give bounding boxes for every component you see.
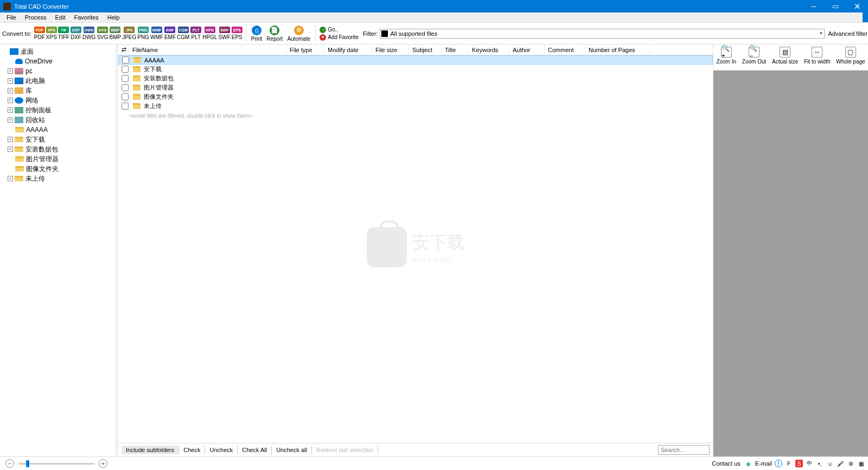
minimize-button[interactable]: ─ — [803, 0, 825, 12]
actual-size-button[interactable]: ▤Actual size — [772, 47, 798, 65]
menu-file[interactable]: File — [2, 13, 21, 22]
tree-item[interactable]: 图片管理器 — [0, 154, 116, 164]
column-header[interactable]: Keywords — [469, 45, 509, 55]
tree-item[interactable]: +未上传 — [0, 174, 116, 183]
tree-item[interactable]: +此电脑 — [0, 76, 116, 86]
chevron-down-icon: ▼ — [819, 31, 823, 36]
column-header[interactable]: Title — [442, 45, 469, 55]
zoom-in-button[interactable]: 🔍+Zoom In — [716, 47, 736, 65]
row-checkbox[interactable] — [122, 84, 129, 91]
fit-to-width-button[interactable]: ↔Fit to width — [804, 47, 830, 65]
col-checkbox[interactable]: ⇄ — [118, 45, 129, 55]
list-row[interactable]: 未上传 — [118, 101, 713, 111]
column-header[interactable]: Comment — [545, 45, 585, 55]
tree-item[interactable]: 图像文件夹 — [0, 164, 116, 174]
convert-png-button[interactable]: PNGPNG — [137, 27, 149, 40]
search-input[interactable] — [658, 445, 710, 455]
convert-wmf-button[interactable]: WMFWMF — [150, 27, 163, 40]
tree-item[interactable]: +安下载 — [0, 135, 116, 144]
tray-icon[interactable]: •, — [816, 460, 824, 467]
watermark: 安下载 anxz.com — [367, 227, 464, 267]
list-row[interactable]: AAAAA — [118, 55, 713, 65]
row-checkbox[interactable] — [122, 66, 129, 73]
tray-ime-icon[interactable]: 中 — [806, 460, 813, 467]
tree-item[interactable]: +控制面板 — [0, 105, 116, 115]
row-checkbox[interactable] — [122, 93, 129, 100]
restore-selection-button[interactable]: Restore last selection — [312, 446, 378, 454]
check-button[interactable]: Check — [179, 446, 205, 454]
convert-dwg-button[interactable]: DWGDWG — [82, 27, 95, 40]
convert-dxf-button[interactable]: DXFDXF — [71, 27, 81, 40]
menu-edit[interactable]: Edit — [50, 13, 69, 22]
menu-help[interactable]: Help — [103, 13, 124, 22]
list-row[interactable]: 图片管理器 — [118, 83, 713, 92]
tray-icon[interactable]: S — [795, 460, 803, 467]
convert-emf-button[interactable]: EMFEMF — [164, 27, 176, 40]
convert-hpgl-button[interactable]: HPGHPGL — [202, 27, 217, 40]
file-list: ⇄ FileNameFile typeModify dateFile sizeS… — [118, 45, 713, 456]
maximize-button[interactable]: ▭ — [825, 0, 846, 12]
tree-item[interactable]: +安装数据包 — [0, 144, 116, 154]
zoom-minus-button[interactable]: − — [5, 459, 14, 468]
column-header[interactable]: Author — [509, 45, 545, 55]
row-checkbox[interactable] — [122, 103, 129, 110]
zoom-slider[interactable] — [18, 463, 94, 465]
zoom-plus-button[interactable]: + — [99, 459, 107, 468]
tray-icon[interactable]: F — [785, 460, 793, 467]
tray-mic-icon[interactable]: 🎤 — [837, 460, 844, 467]
whole-page-button[interactable]: ▢Whole page — [836, 47, 865, 65]
convert-svg-button[interactable]: SVGSVG — [97, 27, 108, 40]
tree-item[interactable]: OneDrive — [0, 56, 116, 66]
convert-plt-button[interactable]: PLTPLT — [190, 27, 201, 40]
tray-icon[interactable]: ▦ — [857, 460, 865, 467]
tree-item[interactable]: +pc — [0, 66, 116, 76]
convert-cgm-button[interactable]: CGMCGM — [177, 27, 189, 40]
facebook-icon[interactable]: f — [775, 460, 782, 467]
tree-item[interactable]: 桌面 — [0, 47, 116, 56]
go-button[interactable]: →Go.. — [320, 27, 359, 33]
list-row[interactable]: 图像文件夹 — [118, 92, 713, 101]
print-button[interactable]: ⎙ Print — [251, 26, 263, 42]
convert-tiff-button[interactable]: TIFTIFF — [58, 27, 69, 40]
list-row[interactable]: 安下载 — [118, 65, 713, 74]
menu-favorites[interactable]: Favorites — [69, 13, 103, 22]
tree-item[interactable]: +网络 — [0, 96, 116, 105]
filter-select[interactable]: All supported files ▼ — [380, 29, 825, 39]
convert-swf-button[interactable]: SWFSWF — [219, 27, 231, 40]
uncheck-all-button[interactable]: Uncheck all — [272, 446, 312, 454]
automate-button[interactable]: ⚙ Automate — [287, 26, 310, 42]
column-header[interactable]: Number of Pages — [585, 45, 650, 55]
report-button[interactable]: 📄 Report — [266, 26, 283, 42]
tray-icon[interactable]: ◉ — [745, 460, 752, 467]
convert-bmp-button[interactable]: BMPBMP — [110, 27, 122, 40]
row-checkbox[interactable] — [122, 56, 129, 63]
uncheck-button[interactable]: Uncheck — [205, 446, 238, 454]
row-checkbox[interactable] — [122, 75, 129, 82]
convert-pdf-button[interactable]: PDFPDF — [34, 27, 45, 40]
column-header[interactable]: Subject — [409, 45, 442, 55]
column-header[interactable]: File type — [286, 45, 324, 55]
convert-jpeg-button[interactable]: JPEJPEG — [122, 27, 136, 40]
list-row[interactable]: 安装数据包 — [118, 74, 713, 83]
column-header[interactable]: FileName — [129, 45, 286, 55]
tree-item[interactable]: +回收站 — [0, 115, 116, 125]
close-button[interactable]: ✕ — [846, 0, 868, 12]
menu-right-accent — [863, 12, 868, 22]
menu-process[interactable]: Process — [21, 13, 51, 22]
tray-settings-icon[interactable]: ⚙ — [847, 460, 854, 467]
column-header[interactable]: File size — [372, 45, 409, 55]
add-favorite-button[interactable]: ♥Add Favorite — [320, 34, 359, 41]
column-header[interactable]: Modify date — [324, 45, 372, 55]
zoom-out-button[interactable]: 🔍−Zoom Out — [742, 47, 766, 65]
convert-eps-button[interactable]: EPSEPS — [232, 27, 242, 40]
advanced-filter-link[interactable]: Advanced filter — [828, 30, 867, 37]
filter-hint[interactable]: <some files are filtered, double click t… — [118, 111, 713, 119]
convert-xps-button[interactable]: XPSXPS — [46, 27, 57, 40]
tree-item[interactable]: +库 — [0, 86, 116, 96]
check-all-button[interactable]: Check All — [238, 446, 272, 454]
contact-us-link[interactable]: Contact us — [712, 460, 741, 467]
tray-icon[interactable]: ☺ — [826, 460, 834, 467]
email-link[interactable]: E-mail — [755, 460, 772, 467]
tree-item[interactable]: AAAAA — [0, 125, 116, 135]
include-subfolders-button[interactable]: Include subfolders — [122, 446, 179, 454]
